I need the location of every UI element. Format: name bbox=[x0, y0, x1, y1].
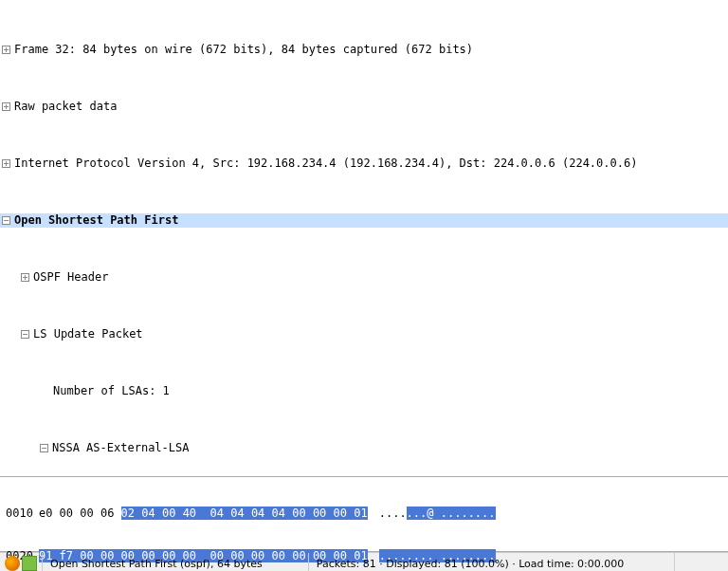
tree-label: Internet Protocol Version 4, Src: 192.16… bbox=[14, 157, 637, 171]
tree-ospf[interactable]: Open Shortest Path First bbox=[0, 213, 728, 228]
status-profile bbox=[675, 553, 728, 571]
collapse-icon[interactable] bbox=[21, 330, 29, 339]
expand-icon[interactable] bbox=[2, 102, 10, 111]
tree-label: NSSA AS-External-LSA bbox=[52, 441, 190, 455]
tree-frame[interactable]: Frame 32: 84 bytes on wire (672 bits), 8… bbox=[0, 43, 728, 57]
hex-plain: e0 00 00 06 bbox=[39, 507, 121, 520]
tree-label: Frame 32: 84 bytes on wire (672 bits), 8… bbox=[14, 43, 473, 57]
packet-details-tree[interactable]: Frame 32: 84 bytes on wire (672 bits), 8… bbox=[0, 0, 728, 477]
status-icons bbox=[0, 553, 43, 571]
ascii-plain: .... bbox=[379, 507, 407, 520]
collapse-icon[interactable] bbox=[40, 444, 48, 452]
status-text: Open Shortest Path First (ospf), 64 byte… bbox=[50, 557, 263, 571]
hex-row[interactable]: 0010 e0 00 00 06 02 04 00 40 04 04 04 04… bbox=[0, 507, 728, 521]
tree-nssa-lsa[interactable]: NSSA AS-External-LSA bbox=[0, 441, 728, 455]
tree-label: LS Update Packet bbox=[33, 327, 143, 341]
hex-selected: 02 04 00 40 04 04 04 04 00 00 00 01 bbox=[121, 507, 368, 520]
ascii-selected: ...@ ........ bbox=[407, 507, 496, 520]
tree-label: Raw packet data bbox=[14, 100, 117, 114]
expert-info-icon[interactable] bbox=[5, 556, 20, 571]
status-packets: Packets: 81 · Displayed: 81 (100.0%) · L… bbox=[309, 553, 675, 571]
collapse-icon[interactable] bbox=[2, 216, 10, 225]
tree-label: OSPF Header bbox=[33, 270, 108, 285]
hex-offset: 0010 bbox=[0, 507, 39, 521]
expand-icon[interactable] bbox=[21, 273, 29, 282]
status-text: Packets: 81 · Displayed: 81 (100.0%) · L… bbox=[317, 557, 625, 571]
tree-ipv4[interactable]: Internet Protocol Version 4, Src: 192.16… bbox=[0, 157, 728, 171]
expand-icon[interactable] bbox=[2, 159, 10, 168]
tree-label: Number of LSAs: 1 bbox=[53, 384, 170, 398]
tree-ospf-header[interactable]: OSPF Header bbox=[0, 270, 728, 285]
tree-ls-update[interactable]: LS Update Packet bbox=[0, 327, 728, 341]
tree-raw[interactable]: Raw packet data bbox=[0, 100, 728, 114]
tree-label: Open Shortest Path First bbox=[14, 213, 178, 228]
status-protocol: Open Shortest Path First (ospf), 64 byte… bbox=[43, 553, 309, 571]
tree-num-lsa[interactable]: Number of LSAs: 1 bbox=[0, 384, 728, 398]
hex-dump-pane[interactable]: 0010 e0 00 00 06 02 04 00 40 04 04 04 04… bbox=[0, 477, 728, 552]
capture-file-icon[interactable] bbox=[22, 556, 37, 571]
status-bar: Open Shortest Path First (ospf), 64 byte… bbox=[0, 552, 728, 571]
expand-icon[interactable] bbox=[2, 46, 10, 54]
